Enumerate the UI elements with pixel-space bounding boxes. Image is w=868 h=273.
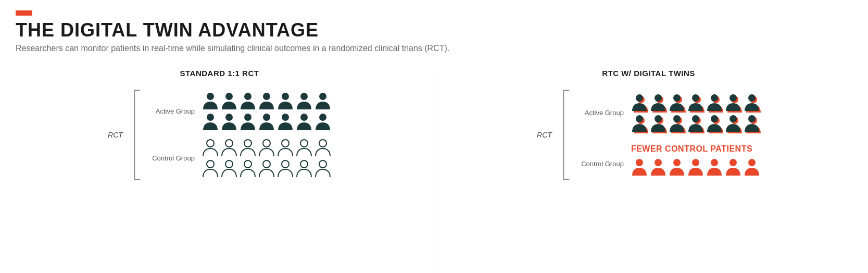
person-icon xyxy=(202,113,219,131)
person-icon xyxy=(221,139,237,157)
stacked-person-icon xyxy=(706,114,723,133)
stacked-person-icon xyxy=(687,114,704,133)
person-icon xyxy=(240,139,256,157)
stacked-person-icon xyxy=(725,93,741,112)
person-icon-orange xyxy=(631,158,648,177)
right-control-label: Control Group xyxy=(577,160,624,168)
person-icon-dark-front xyxy=(687,93,704,112)
left-diagram-body: RCT Active Group xyxy=(108,88,331,182)
diagrams-container: STANDARD 1:1 RCT RCT Active Group xyxy=(16,69,852,273)
right-active-row-2 xyxy=(631,114,760,133)
person-icon-dark-front xyxy=(650,93,666,112)
left-active-row-2 xyxy=(202,113,331,131)
person-icon-dark-front xyxy=(650,114,666,133)
accent-bar xyxy=(16,10,32,16)
right-bracket xyxy=(559,88,572,182)
person-icon-orange xyxy=(725,158,741,177)
person-icon xyxy=(315,139,331,157)
person-icon-dark-front xyxy=(631,93,648,112)
person-icon-orange xyxy=(669,158,685,177)
stacked-person-icon xyxy=(687,93,704,112)
person-icon-orange xyxy=(687,158,704,177)
person-icon-dark-front xyxy=(687,114,704,133)
stacked-person-icon xyxy=(669,114,685,133)
person-icon-dark-front xyxy=(706,93,723,112)
person-icon-dark-front xyxy=(725,114,741,133)
right-active-group-row: Active Group xyxy=(577,93,760,133)
left-rct-label: RCT xyxy=(108,131,123,139)
left-diagram-section: STANDARD 1:1 RCT RCT Active Group xyxy=(16,69,423,273)
person-icon xyxy=(202,92,219,110)
left-active-group-row: Active Group xyxy=(148,92,331,131)
person-icon xyxy=(240,92,256,110)
person-icon xyxy=(277,139,294,157)
stacked-person-icon xyxy=(650,114,666,133)
person-icon-dark-front xyxy=(725,93,741,112)
right-diagram-title: RTC W/ DIGITAL TWINS xyxy=(602,69,695,78)
person-icon-dark-front xyxy=(744,93,760,112)
person-icon-dark-front xyxy=(631,114,648,133)
person-icon-dark-front xyxy=(706,114,723,133)
person-icon-dark-front xyxy=(744,114,760,133)
left-diagram-title: STANDARD 1:1 RCT xyxy=(180,69,259,78)
right-rct-label: RCT xyxy=(537,131,552,139)
person-icon xyxy=(296,92,312,110)
person-icon-orange xyxy=(706,158,723,177)
stacked-person-icon xyxy=(669,93,685,112)
right-active-icons xyxy=(631,93,760,133)
left-control-group-row: Control Group xyxy=(148,139,331,178)
person-icon xyxy=(202,159,219,178)
person-icon-orange xyxy=(744,158,760,177)
person-icon-dark-front xyxy=(669,93,685,112)
person-icon xyxy=(258,113,275,131)
diagram-divider xyxy=(434,69,434,273)
person-icon xyxy=(315,159,331,178)
person-icon xyxy=(258,139,275,157)
stacked-person-icon xyxy=(706,93,723,112)
left-groups: Active Group xyxy=(148,92,331,178)
person-icon xyxy=(258,159,275,178)
left-active-icons xyxy=(202,92,331,131)
page-container: THE DIGITAL TWIN ADVANTAGE Researchers c… xyxy=(16,10,852,273)
person-icon xyxy=(221,159,237,178)
stacked-person-icon xyxy=(650,93,666,112)
page-subtitle: Researchers can monitor patients in real… xyxy=(16,44,852,53)
left-control-label: Control Group xyxy=(148,154,195,162)
person-icon xyxy=(221,113,237,131)
left-control-row-2 xyxy=(202,159,331,178)
left-active-label: Active Group xyxy=(148,107,195,115)
person-icon xyxy=(296,139,312,157)
person-icon xyxy=(277,113,294,131)
right-active-label: Active Group xyxy=(577,109,624,117)
person-icon xyxy=(296,113,312,131)
stacked-person-icon xyxy=(631,93,648,112)
person-icon xyxy=(315,113,331,131)
person-icon-dark-front xyxy=(669,114,685,133)
page-title: THE DIGITAL TWIN ADVANTAGE xyxy=(16,20,852,41)
person-icon xyxy=(202,139,219,157)
person-icon xyxy=(277,159,294,178)
right-diagram-section: RTC W/ DIGITAL TWINS RCT Active Group xyxy=(445,69,852,273)
stacked-person-icon xyxy=(744,93,760,112)
right-control-group-row: Control Group FEWER CONTROL PATIENTS xyxy=(577,144,760,177)
person-icon xyxy=(240,113,256,131)
stacked-person-icon xyxy=(744,114,760,133)
person-icon xyxy=(258,92,275,110)
left-bracket xyxy=(130,88,143,182)
right-control-row-1 xyxy=(631,158,760,177)
person-icon-orange xyxy=(650,158,666,177)
left-control-row-1 xyxy=(202,139,331,157)
stacked-person-icon xyxy=(631,114,648,133)
person-icon xyxy=(315,92,331,110)
fewer-control-patients-label: FEWER CONTROL PATIENTS xyxy=(631,144,760,154)
person-icon xyxy=(240,159,256,178)
person-icon xyxy=(277,92,294,110)
person-icon xyxy=(221,92,237,110)
right-diagram-body: RCT Active Group xyxy=(537,88,760,182)
left-active-row-1 xyxy=(202,92,331,110)
right-control-section: FEWER CONTROL PATIENTS xyxy=(631,144,760,177)
stacked-person-icon xyxy=(725,114,741,133)
right-active-row-1 xyxy=(631,93,760,112)
person-icon xyxy=(296,159,312,178)
left-control-icons xyxy=(202,139,331,178)
